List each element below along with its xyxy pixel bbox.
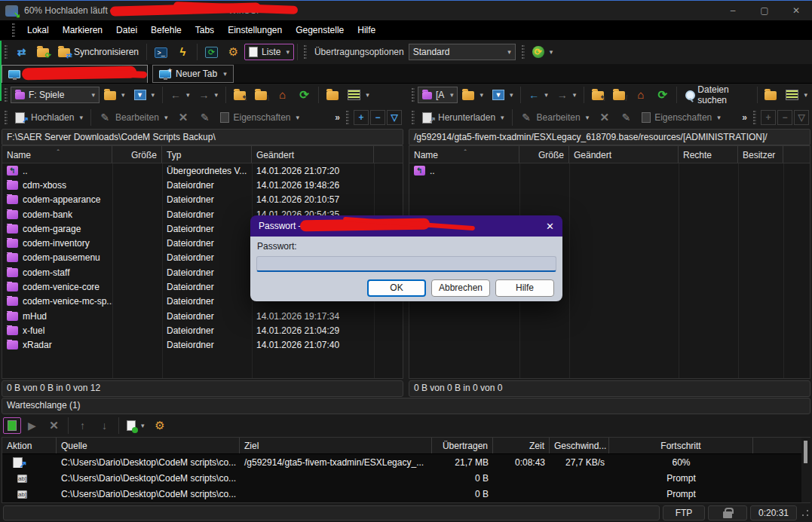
help-button[interactable]: Hilfe: [495, 279, 554, 297]
toolbar-grip[interactable]: [753, 111, 756, 124]
remote-copy-session-button[interactable]: [760, 87, 781, 103]
queue-row[interactable]: C:\Users\Dario\Desktop\CodeM scripts\co.…: [2, 486, 810, 502]
menu-einstellungen[interactable]: Einstellungen: [222, 22, 288, 38]
file-row[interactable]: mHud Dateiordner 14.01.2026 19:17:34: [2, 309, 403, 323]
toolbar-grip[interactable]: [5, 111, 8, 124]
delete-button[interactable]: ✕: [172, 108, 194, 127]
toolbar-grip[interactable]: [304, 45, 307, 59]
local-filter-button[interactable]: ▼▾: [130, 87, 160, 103]
unselect-files-button[interactable]: −: [370, 110, 385, 125]
close-button[interactable]: ✕: [780, 1, 812, 20]
toolbar-grip[interactable]: [522, 45, 525, 59]
toolbar-grip[interactable]: [5, 88, 8, 102]
file-row[interactable]: x-fuel Dateiordner 14.01.2026 21:04:29: [2, 323, 403, 337]
column-header-modified[interactable]: Geändert: [569, 146, 679, 163]
remote-refresh-button[interactable]: ⟳: [651, 86, 673, 104]
remote-view-style-button[interactable]: ▾: [781, 87, 812, 103]
open-terminal-button[interactable]: >_: [150, 44, 172, 61]
rename-button[interactable]: ✎: [194, 108, 216, 127]
download-button[interactable]: Herunterladen ▾: [418, 109, 509, 127]
local-drive-select[interactable]: F: Spiele ▾: [11, 87, 100, 103]
find-files-button[interactable]: Dateien suchen: [680, 81, 754, 108]
remote-properties-button[interactable]: Eigenschaften ▾: [637, 109, 725, 126]
view-mode-liste-button[interactable]: Liste ▾: [244, 44, 294, 60]
local-refresh-button[interactable]: ⟳: [293, 86, 315, 104]
column-header-size[interactable]: Größe: [112, 146, 162, 163]
remote-invert-selection-button[interactable]: ▽: [794, 110, 809, 125]
resize-grip[interactable]: [801, 509, 809, 517]
menu-hilfe[interactable]: Hilfe: [351, 22, 381, 38]
select-files-button[interactable]: +: [354, 110, 369, 125]
remote-back-button[interactable]: ←▾: [524, 86, 553, 104]
queue-column-time[interactable]: Zeit: [493, 438, 550, 453]
password-input[interactable]: [256, 256, 556, 272]
menu-tabs[interactable]: Tabs: [189, 22, 220, 38]
remote-unselect-files-button[interactable]: −: [777, 110, 792, 125]
synchronize-button[interactable]: ⇄ Synchronisieren: [54, 44, 143, 60]
minimize-button[interactable]: –: [717, 1, 749, 20]
local-forward-button[interactable]: →▾: [195, 86, 223, 104]
remote-select-files-button[interactable]: +: [761, 110, 776, 125]
column-header-modified[interactable]: Geändert: [252, 146, 374, 163]
upload-button[interactable]: Hochladen ▾: [11, 109, 87, 127]
remote-edit-button[interactable]: ✎ Bearbeiten ▾: [516, 108, 594, 127]
queue-column-progress[interactable]: Fortschritt: [609, 438, 753, 453]
invert-selection-button[interactable]: ▽: [387, 110, 402, 125]
remote-home-directory-button[interactable]: ⌂: [630, 86, 651, 104]
queue-row[interactable]: C:\Users\Dario\Desktop\CodeM scripts\co.…: [2, 470, 810, 486]
toolbar-grip[interactable]: [12, 23, 15, 37]
local-home-directory-button[interactable]: ⌂: [271, 86, 293, 104]
edit-button[interactable]: ✎ Bearbeiten ▾: [94, 108, 173, 127]
remote-parent-directory-button[interactable]: ↰: [587, 87, 608, 103]
queue-delete-button[interactable]: ✕: [43, 417, 65, 435]
transfer-preset-select[interactable]: Standard ▾: [409, 44, 516, 60]
file-row[interactable]: codem-appearance Dateiordner 14.01.2026 …: [2, 193, 403, 207]
column-header-owner[interactable]: Besitzer: [738, 146, 783, 163]
menu-markieren[interactable]: Markieren: [57, 22, 109, 38]
queue-preferences-button[interactable]: ⚙: [149, 417, 171, 435]
file-row[interactable]: cdm-xboss Dateiordner 14.01.2026 19:48:2…: [2, 178, 403, 192]
local-copy-session-button[interactable]: [322, 87, 343, 103]
queue-column-target[interactable]: Ziel: [240, 438, 432, 453]
remote-filter-button[interactable]: ▼▾: [488, 87, 518, 103]
toolbar-grip[interactable]: [5, 45, 8, 59]
local-open-directory-button[interactable]: ▾: [100, 87, 130, 103]
local-parent-directory-button[interactable]: ↰: [229, 87, 250, 103]
queue-row[interactable]: C:\Users\Dario\Desktop\CodeM scripts\co.…: [2, 454, 810, 470]
new-tab-button[interactable]: Neuer Tab ▾: [152, 65, 234, 83]
toolbar-grip[interactable]: [346, 111, 349, 124]
add-extension-button[interactable]: ϟ: [172, 43, 194, 61]
maximize-button[interactable]: ▢: [749, 1, 780, 20]
column-header-name[interactable]: Nameˆ: [2, 146, 112, 163]
toolbar-grip[interactable]: [412, 88, 415, 102]
local-view-style-button[interactable]: ▾: [343, 87, 374, 103]
properties-button[interactable]: Eigenschaften ▾: [216, 109, 304, 126]
menu-datei[interactable]: Datei: [110, 22, 143, 38]
cancel-button[interactable]: Abbrechen: [431, 279, 490, 297]
scrollbar-thumb[interactable]: [804, 441, 807, 463]
menu-gegenstelle[interactable]: Gegenstelle: [290, 22, 350, 38]
local-back-button[interactable]: ←▾: [166, 86, 195, 104]
toolbar-grip[interactable]: [412, 111, 415, 124]
file-row[interactable]: ..: [409, 163, 810, 178]
column-header-size[interactable]: Größe: [519, 146, 569, 163]
file-row[interactable]: xRadar Dateiordner 14.01.2026 21:07:40: [2, 338, 403, 353]
local-root-directory-button[interactable]: \: [250, 87, 271, 103]
queue-move-up-button[interactable]: ↑: [72, 417, 93, 435]
dialog-close-icon[interactable]: ✕: [546, 221, 554, 232]
queue-scrollbar[interactable]: [801, 438, 810, 502]
remote-path-bar[interactable]: /g592914/gta5-fivem-txadmin/ESXLegacy_61…: [409, 129, 810, 145]
queue-show-button[interactable]: [3, 417, 21, 434]
queue-column-transferred[interactable]: Übertragen: [432, 438, 493, 453]
remote-delete-button[interactable]: ✕: [593, 108, 615, 127]
remote-directory-select[interactable]: [A ▾: [418, 87, 458, 103]
queue-column-speed[interactable]: Geschwind...: [550, 438, 609, 453]
sync-browsing-button[interactable]: ⟳: [32, 44, 54, 60]
refresh-button[interactable]: ⟳: [201, 44, 222, 61]
queue-column-source[interactable]: Quelle: [57, 438, 240, 453]
queue-move-down-button[interactable]: ↓: [93, 417, 115, 435]
toolbar-overflow-chevron[interactable]: »: [742, 112, 747, 123]
preferences-button[interactable]: ⚙: [222, 43, 244, 61]
file-row[interactable]: .. Übergeordnetes V... 14.01.2026 21:07:…: [2, 163, 403, 178]
toolbar-overflow-chevron[interactable]: »: [335, 112, 340, 123]
